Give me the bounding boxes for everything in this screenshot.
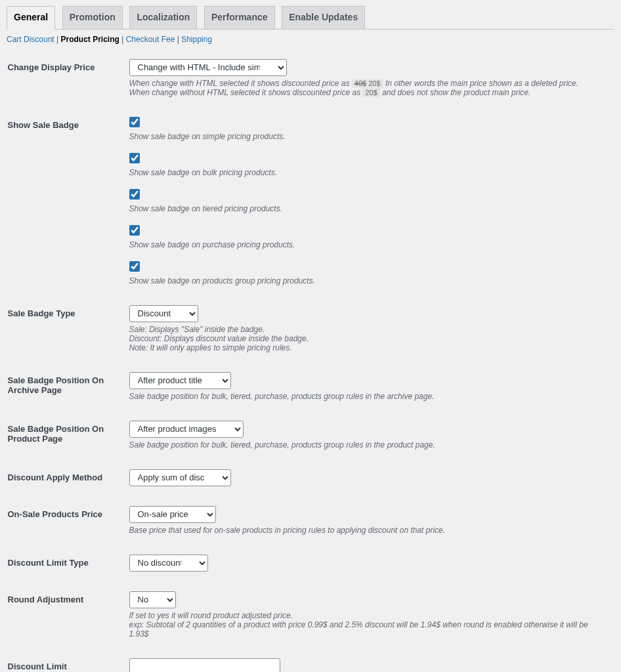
desc-text: If set to yes it will round product adju… — [129, 611, 293, 620]
price-badge: 20$ — [362, 88, 379, 97]
tab-bar: General Promotion Localization Performan… — [7, 0, 614, 30]
label-discount-apply-method: Discount Apply Method — [8, 459, 123, 496]
desc-text: Show sale badge on products group pricin… — [129, 276, 607, 285]
cb-group-pricing[interactable] — [129, 261, 140, 272]
select-discount-apply-method[interactable]: Apply sum of discounts — [129, 469, 231, 486]
label-change-display-price: Change Display Price — [8, 49, 123, 107]
select-onsale-products-price[interactable]: On-sale price — [129, 506, 216, 523]
tab-performance[interactable]: Performance — [204, 6, 275, 29]
select-sale-badge-pos-product[interactable]: After product images — [129, 421, 244, 438]
desc-text: Show sale badge on simple pricing produc… — [129, 132, 607, 141]
desc-text: Note: It will only applies to simple pri… — [129, 343, 292, 352]
desc-text: Base price that used for on-sale product… — [129, 526, 607, 535]
desc-text: In other words the main price shown as a… — [385, 79, 578, 88]
subtab-shipping[interactable]: Shipping — [181, 35, 212, 44]
desc-text: Sale: Displays "Sale" inside the badge. — [129, 325, 265, 334]
subtab-bar: Cart Discount | Product Pricing | Checko… — [7, 35, 614, 44]
select-discount-limit-type[interactable]: No discount limit — [129, 555, 208, 572]
label-onsale-products-price: On-Sale Products Price — [8, 496, 123, 545]
desc-text: When change with HTML selected it shows … — [129, 79, 352, 88]
select-round-adjustment[interactable]: No — [129, 591, 176, 608]
tab-promotion[interactable]: Promotion — [62, 6, 123, 29]
label-sale-badge-type: Sale Badge Type — [8, 295, 123, 362]
subtab-checkout-fee[interactable]: Checkout Fee — [126, 35, 175, 44]
select-sale-badge-pos-archive[interactable]: After product title — [129, 372, 231, 389]
desc-text: Sale badge position for bulk, tiered, pu… — [129, 392, 607, 401]
label-discount-limit: Discount Limit — [8, 648, 123, 672]
price-badge: 40$ 20$ — [352, 79, 383, 88]
label-sale-badge-pos-product: Sale Badge Position On Product Page — [8, 411, 123, 459]
desc-text: exp: Subtotal of 2 quantities of a produ… — [129, 620, 588, 639]
cb-purchase-pricing[interactable] — [129, 225, 140, 236]
label-discount-limit-type: Discount Limit Type — [8, 545, 123, 581]
select-sale-badge-type[interactable]: Discount — [129, 305, 198, 322]
subtab-product-pricing[interactable]: Product Pricing — [61, 35, 119, 44]
desc-text: Sale badge position for bulk, tiered, pu… — [129, 440, 607, 450]
label-round-adjustment: Round Adjustment — [8, 581, 123, 648]
select-change-display-price[interactable]: Change with HTML - Include simple adjust… — [129, 59, 287, 76]
desc-text: Show sale badge on tiered pricing produc… — [129, 204, 607, 213]
tab-localization[interactable]: Localization — [129, 6, 197, 29]
subtab-cart-discount[interactable]: Cart Discount — [7, 35, 54, 44]
desc-text: and does not show the product main price… — [382, 88, 530, 97]
desc-text: Show sale badge on purchase pricing prod… — [129, 240, 607, 249]
cb-tiered-pricing[interactable] — [129, 189, 140, 200]
cb-bulk-pricing[interactable] — [129, 153, 140, 163]
tab-general[interactable]: General — [7, 6, 55, 30]
desc-text: Show sale badge on bulk pricing products… — [129, 168, 607, 177]
input-discount-limit[interactable] — [129, 658, 280, 672]
label-show-sale-badge: Show Sale Badge — [8, 107, 123, 295]
desc-text: When change without HTML selected it sho… — [129, 88, 363, 97]
label-sale-badge-pos-archive: Sale Badge Position On Archive Page — [8, 362, 123, 411]
tab-enable-updates[interactable]: Enable Updates — [282, 6, 365, 29]
cb-simple-pricing[interactable] — [129, 117, 140, 127]
desc-text: Discount: Displays discount value inside… — [129, 334, 309, 343]
